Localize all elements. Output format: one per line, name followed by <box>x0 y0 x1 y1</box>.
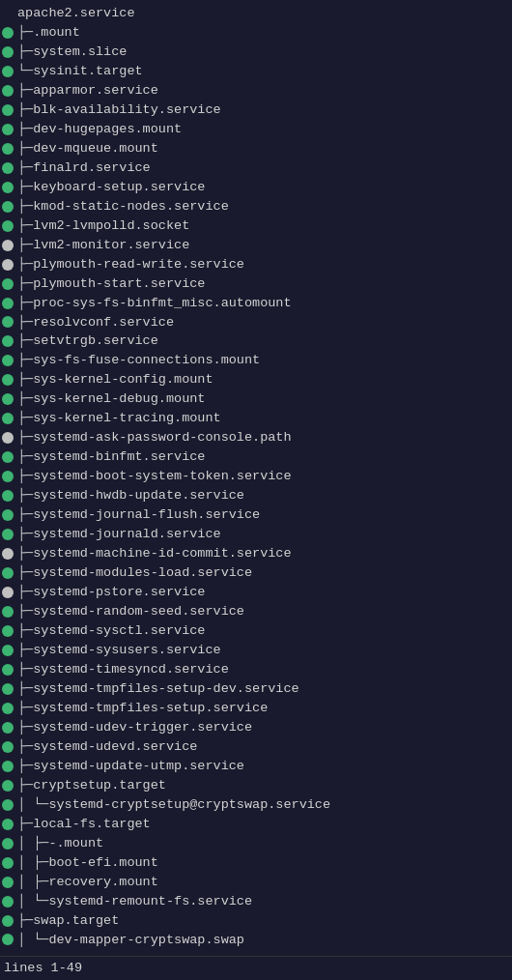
status-dot <box>2 355 14 366</box>
line-text: ├─lvm2-monitor.service <box>15 236 189 255</box>
terminal-line: ├─local-fs.target <box>0 815 512 834</box>
terminal-line: ├─systemd-pstore.service <box>0 583 512 602</box>
terminal-line: ├─systemd-tmpfiles-setup.service <box>0 699 512 718</box>
terminal-line: │ └─systemd-cryptsetup@cryptswap.service <box>0 795 512 815</box>
line-text: ├─.mount <box>15 23 80 43</box>
line-text: ├─systemd-udev-trigger.service <box>15 718 252 737</box>
terminal-line: ├─cryptsetup.target <box>0 776 512 795</box>
status-dot <box>2 66 14 77</box>
terminal-line: │ └─systemd-remount-fs.service <box>0 892 512 911</box>
status-dot <box>2 877 14 888</box>
terminal-line: ├─dev-hugepages.mount <box>0 120 512 139</box>
terminal-line: ├─plymouth-read-write.service <box>0 255 512 274</box>
line-text: ├─systemd-machine-id-commit.service <box>15 544 292 563</box>
line-text: │ ├─-.mount <box>15 834 103 853</box>
status-dot <box>2 606 14 618</box>
line-text: ├─system.slice <box>15 43 127 62</box>
line-text: ├─systemd-journald.service <box>15 525 221 544</box>
status-dot <box>2 220 14 232</box>
terminal-line: ├─sys-kernel-config.mount <box>0 370 512 389</box>
line-text: ├─systemd-ask-password-console.path <box>15 428 292 447</box>
status-dot <box>2 8 14 19</box>
terminal-line: ├─systemd-ask-password-console.path <box>0 428 512 447</box>
line-text: ├─systemd-journal-flush.service <box>15 505 260 525</box>
status-dot <box>2 548 14 560</box>
terminal: apache2.service├─.mount├─system.slice└─s… <box>0 0 512 980</box>
status-dot <box>2 143 14 155</box>
line-text: ├─systemd-random-seed.service <box>15 602 244 621</box>
line-text: ├─systemd-timesyncd.service <box>15 660 229 679</box>
line-text: ├─systemd-pstore.service <box>15 583 205 602</box>
line-text: ├─systemd-sysctl.service <box>15 621 205 641</box>
line-text: ├─blk-availability.service <box>15 101 221 120</box>
terminal-line: ├─systemd-sysusers.service <box>0 641 512 660</box>
status-dot <box>2 393 14 405</box>
status-dot <box>2 182 14 193</box>
terminal-line: ├─systemd-modules-load.service <box>0 563 512 583</box>
line-text: ├─systemd-update-utmp.service <box>15 757 244 776</box>
status-dot <box>2 509 14 521</box>
terminal-line: ├─systemd-journal-flush.service <box>0 505 512 525</box>
terminal-line: ├─systemd-udev-trigger.service <box>0 718 512 737</box>
status-dot <box>2 298 14 309</box>
terminal-line: ├─dev-mqueue.mount <box>0 139 512 159</box>
status-dot <box>2 761 14 772</box>
line-text: ├─keyboard-setup.service <box>15 178 205 197</box>
status-dot <box>2 645 14 656</box>
terminal-line: ├─systemd-machine-id-commit.service <box>0 544 512 563</box>
status-dot <box>2 335 14 347</box>
line-text: ├─sys-kernel-debug.mount <box>15 389 205 409</box>
status-dot <box>2 664 14 676</box>
status-dot <box>2 625 14 637</box>
line-text: ├─systemd-tmpfiles-setup-dev.service <box>15 679 299 699</box>
line-text: ├─systemd-modules-load.service <box>15 563 252 583</box>
terminal-line: ├─setvtrgb.service <box>0 331 512 351</box>
line-text: ├─kmod-static-nodes.service <box>15 197 229 216</box>
status-dot <box>2 567 14 579</box>
terminal-line: ├─systemd-sysctl.service <box>0 621 512 641</box>
line-text: │ └─systemd-remount-fs.service <box>15 892 252 911</box>
line-text: ├─systemd-binfmt.service <box>15 447 205 467</box>
status-dot <box>2 741 14 753</box>
terminal-line: ├─keyboard-setup.service <box>0 178 512 197</box>
status-dot <box>2 85 14 97</box>
status-dot <box>2 529 14 540</box>
status-dot <box>2 587 14 598</box>
status-dot <box>2 413 14 424</box>
status-dot <box>2 857 14 869</box>
line-text: ├─proc-sys-fs-binfmt_misc.automount <box>15 294 292 313</box>
terminal-line: ├─systemd-random-seed.service <box>0 602 512 621</box>
line-text: └─sysinit.target <box>15 62 143 81</box>
terminal-line: ├─systemd-hwdb-update.service <box>0 486 512 505</box>
status-dot <box>2 838 14 850</box>
terminal-line: ├─systemd-boot-system-token.service <box>0 467 512 486</box>
status-dot <box>2 432 14 444</box>
terminal-line: ├─systemd-update-utmp.service <box>0 757 512 776</box>
terminal-line: │ ├─recovery.mount <box>0 873 512 892</box>
line-text: ├─dev-mqueue.mount <box>15 139 158 159</box>
status-dot <box>2 374 14 386</box>
status-dot <box>2 490 14 502</box>
status-dot <box>2 915 14 927</box>
status-dot <box>2 240 14 251</box>
status-dot <box>2 471 14 482</box>
terminal-line: │ ├─boot-efi.mount <box>0 853 512 873</box>
status-dot <box>2 259 14 271</box>
line-text: ├─systemd-tmpfiles-setup.service <box>15 699 268 718</box>
line-text: ├─plymouth-read-write.service <box>15 255 244 274</box>
status-dot <box>2 162 14 174</box>
terminal-line: ├─plymouth-start.service <box>0 274 512 294</box>
line-text: │ ├─boot-efi.mount <box>15 853 158 873</box>
status-dot <box>2 451 14 463</box>
line-text: ├─resolvconf.service <box>15 313 174 332</box>
terminal-line: ├─blk-availability.service <box>0 101 512 120</box>
line-text: ├─systemd-udevd.service <box>15 737 197 757</box>
terminal-line: ├─lvm2-monitor.service <box>0 236 512 255</box>
terminal-line: ├─sys-fs-fuse-connections.mount <box>0 351 512 370</box>
status-dot <box>2 46 14 58</box>
status-dot <box>2 104 14 116</box>
terminal-line: ├─sys-kernel-debug.mount <box>0 389 512 409</box>
status-bar: lines 1-49 <box>0 956 512 980</box>
status-dot <box>2 124 14 135</box>
status-dot <box>2 799 14 811</box>
